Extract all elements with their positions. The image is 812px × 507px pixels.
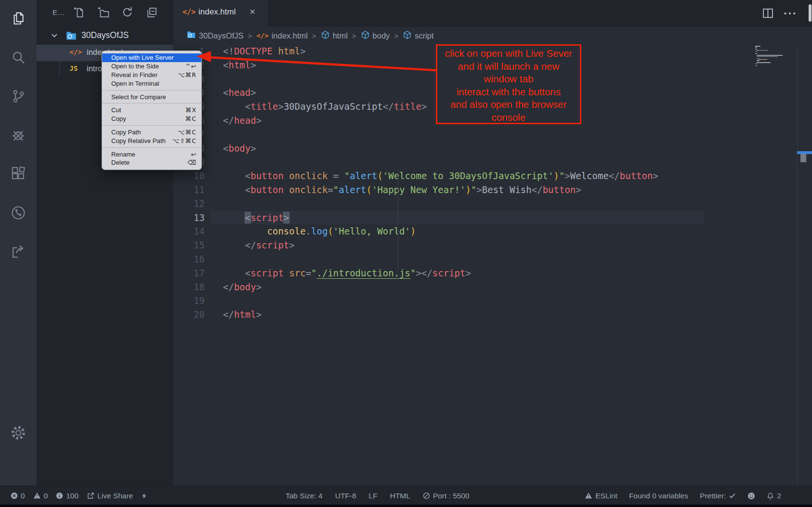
status-item-text: ESLint [595,492,617,500]
line-number: 19 [173,294,210,308]
code-token: = [327,184,333,195]
status-item-smiley[interactable] [747,492,755,500]
code-line-text: </body> [210,280,704,294]
code-line-text [210,128,704,142]
code-line-text [210,294,704,308]
code-token: html [273,46,300,56]
menu-item-open-with-live-server[interactable]: Open with Live Server [102,53,201,62]
scrollbar-nub[interactable] [809,4,812,22]
breadcrumb-item-html[interactable]: html [321,30,348,41]
code-line[interactable]: 12 [173,197,812,211]
menu-item-copy-path[interactable]: Copy Path⌥⌘C [102,128,201,137]
menu-item-shortcut: ⌘C [185,115,196,122]
code-line[interactable]: 11 <button onclick="alert('Happy New Yea… [173,183,812,197]
code-line[interactable]: 19 [173,294,812,308]
live-share-icon[interactable] [10,243,26,260]
code-line[interactable]: 18</body> [173,280,812,294]
minimap-line [755,47,757,48]
status-item-html[interactable]: HTML [390,492,410,500]
status-item-text: HTML [390,492,410,500]
status-item-text: Tab Size: 4 [286,492,323,500]
status-item-text: Port : 5500 [433,492,470,500]
breadcrumb-separator-icon: > [247,32,253,40]
code-line[interactable]: 13 <script> [173,211,812,225]
status-item-prettier[interactable]: Prettier: [700,492,736,500]
breadcrumb-item-body[interactable]: body [361,30,390,41]
menu-item-cut[interactable]: Cut⌘X [102,106,201,115]
refresh-icon[interactable] [121,6,134,19]
code-token: onclick [289,170,327,181]
extensions-icon[interactable] [10,166,26,182]
breadcrumb-label: index.html [272,31,308,40]
code-token: </ [383,101,394,112]
breadcrumb-item-script[interactable]: script [403,30,433,41]
split-editor-icon[interactable] [762,7,774,19]
menu-item-select-for-compare[interactable]: Select for Compare [102,92,201,101]
status-item-live-share[interactable]: Live Share [87,492,133,500]
menu-item-reveal-in-finder[interactable]: Reveal in Finder⌥⌘R [102,71,201,79]
code-token: <! [223,46,234,56]
status-item-port-5500[interactable]: Port : 5500 [423,492,470,500]
menu-item-label: Rename [111,151,135,158]
code-token [223,240,245,250]
status-item-0[interactable]: 0 [11,492,25,500]
circle-slash-icon [423,492,430,499]
minimap[interactable] [753,46,795,70]
menu-item-open-to-the-side[interactable]: Open to the Side^↩ [102,62,201,71]
new-folder-icon[interactable] [97,6,110,19]
code-line-text [210,252,704,266]
scrollbar-thumb[interactable] [800,154,806,162]
code-line[interactable]: 8<body> [173,142,812,156]
breadcrumb-item-index-html[interactable]: </>index.html [256,31,308,40]
annotation-text-line: and also open the browser [437,98,580,111]
code-line[interactable]: 17 <script src="./introduction.js"></scr… [173,266,812,280]
status-item-2[interactable]: 2 [767,492,781,500]
status-item-eslint[interactable]: ESLint [585,492,617,500]
cube-icon [321,30,330,41]
menu-item-delete[interactable]: Delete⌫ [102,158,201,167]
code-token: </ [245,240,256,250]
status-item-lf[interactable]: LF [369,492,378,500]
run-debug-icon[interactable] [10,127,26,143]
menu-item-rename[interactable]: Rename↩ [102,150,201,158]
status-item-found-0-variables[interactable]: Found 0 variables [629,492,688,500]
code-line[interactable]: 14 console.log('Hello, World') [173,224,812,238]
source-control-icon[interactable] [10,88,26,104]
code-token: button [250,170,284,181]
search-icon[interactable] [10,50,26,66]
code-token: > [576,184,581,195]
code-token: Welcome [570,170,609,181]
close-icon[interactable]: × [249,6,255,17]
code-token: ( [367,184,372,195]
code-line[interactable]: 9 [173,155,812,169]
explorer-root-folder[interactable]: 30DaysOfJS [37,28,173,43]
status-item-tab-size-4[interactable]: Tab Size: 4 [286,492,323,500]
new-file-icon[interactable] [73,6,86,19]
status-item-100[interactable]: 100 [56,492,79,500]
tab-index-html[interactable]: </> index.html × [173,0,268,27]
explorer-icon[interactable] [10,11,26,27]
status-bar: 00100Live Share Tab Size: 4UTF-8LFHTMLPo… [0,486,812,505]
breadcrumb-item-30daysofjs[interactable]: 30DaysOfJS [186,30,244,41]
status-item-0[interactable]: 0 [33,492,48,500]
code-line[interactable]: 15 </script> [173,238,812,252]
code-line[interactable]: 16 [173,252,812,266]
more-actions-icon[interactable] [783,8,797,19]
menu-item-open-in-terminal[interactable]: Open in Terminal [102,79,201,88]
collapse-all-icon[interactable] [145,6,158,19]
code-line[interactable]: 10 <button onclick = "alert('Welcome to … [173,169,812,183]
status-item-utf-8[interactable]: UTF-8 [335,492,356,500]
menu-item-copy[interactable]: Copy⌘C [102,115,201,123]
code-token: < [223,87,228,98]
gitlens-icon[interactable] [10,205,26,221]
code-line[interactable]: 7 [173,128,812,142]
menu-item-copy-relative-path[interactable]: Copy Relative Path⌥⇧⌘C [102,136,201,145]
code-line[interactable]: 20</html> [173,308,812,322]
code-token: onclick [289,184,327,195]
status-item-lightning[interactable] [141,492,147,500]
code-token: > [421,101,427,112]
menu-separator [102,147,201,148]
bell-icon [767,492,774,500]
code-token: Best Wish [482,184,532,195]
settings-gear-icon[interactable] [10,425,26,441]
